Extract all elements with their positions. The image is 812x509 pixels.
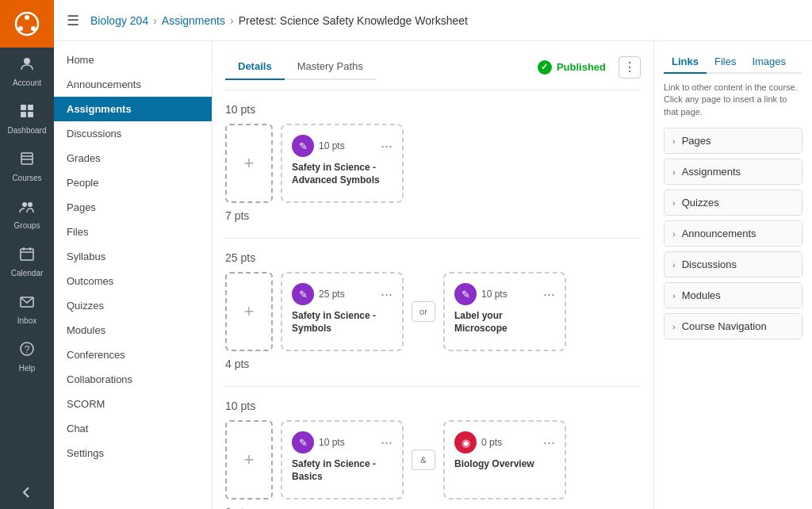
svg-point-4 <box>24 58 30 64</box>
assignment-card-1[interactable]: ✎ 10 pts ⋯ Safety in Science - Advanced … <box>281 124 404 203</box>
nav-conferences[interactable]: Conferences <box>54 343 212 367</box>
published-dot: ✓ <box>538 60 552 75</box>
collapse-icon <box>20 485 34 499</box>
chevron-modules: › <box>672 291 676 300</box>
svg-text:?: ? <box>25 344 30 355</box>
svg-rect-14 <box>21 249 33 260</box>
breadcrumb-section[interactable]: Assignments <box>162 14 225 27</box>
nav-discussions[interactable]: Discussions <box>54 121 212 146</box>
rp-section-quizzes[interactable]: › Quizzes <box>664 189 802 216</box>
nav-grades[interactable]: Grades <box>54 146 212 170</box>
app-logo[interactable] <box>0 0 54 48</box>
rp-section-modules[interactable]: › Modules <box>664 282 802 308</box>
tab-details[interactable]: Details <box>225 54 285 80</box>
card2a-menu[interactable]: ⋯ <box>381 287 393 301</box>
nav-files[interactable]: Files <box>54 220 212 244</box>
calendar-icon <box>19 246 35 266</box>
rp-section-pages-header[interactable]: › Pages <box>665 128 802 153</box>
rp-section-discussions[interactable]: › Discussions <box>664 251 802 277</box>
assignment-card-2b[interactable]: ✎ 10 pts ⋯ Label your Microscope <box>443 272 566 351</box>
card1-header: ✎ 10 pts ⋯ <box>292 135 393 157</box>
rp-section-announcements-header[interactable]: › Announcements <box>665 221 802 246</box>
rp-section-discussions-header[interactable]: › Discussions <box>665 252 802 277</box>
rp-section-announcements-label: Announcements <box>682 228 756 239</box>
sidebar-item-groups-label: Groups <box>14 221 40 230</box>
add-assignment-btn-1[interactable]: + <box>225 124 273 203</box>
nav-assignments[interactable]: Assignments <box>54 97 212 121</box>
chevron-pages: › <box>672 136 676 146</box>
sidebar-collapse[interactable] <box>0 476 54 509</box>
svg-rect-9 <box>21 153 33 164</box>
card3a-icon-pts: ✎ 10 pts <box>292 431 345 454</box>
rp-section-assignments-label: Assignments <box>682 166 741 178</box>
nav-collaborations[interactable]: Collaborations <box>54 367 212 392</box>
nav-modules[interactable]: Modules <box>54 318 212 343</box>
tab-mastery-paths[interactable]: Mastery Paths <box>285 54 376 80</box>
assignment-card-3a[interactable]: ✎ 10 pts ⋯ Safety in Science - Basics <box>281 420 404 499</box>
nav-home[interactable]: Home <box>54 48 212 72</box>
dashboard-icon <box>19 103 35 123</box>
card3b-menu[interactable]: ⋯ <box>543 435 555 450</box>
sidebar-item-inbox[interactable]: Inbox <box>0 285 54 333</box>
published-badge: ✓ Published <box>538 60 606 75</box>
nav-quizzes[interactable]: Quizzes <box>54 293 212 318</box>
right-panel: Links Files Images Link to other content… <box>653 41 812 509</box>
rp-section-modules-header[interactable]: › Modules <box>665 283 802 308</box>
card2b-title: Label your Microscope <box>454 310 555 335</box>
main-content: Details Mastery Paths ✓ Published ⋮ 10 p… <box>213 41 653 509</box>
right-tab-images[interactable]: Images <box>744 51 794 74</box>
sidebar-item-account[interactable]: Account <box>0 48 54 95</box>
left-nav: Home Announcements Assignments Discussio… <box>54 41 213 509</box>
card2b-menu[interactable]: ⋯ <box>543 287 555 301</box>
group3-pts: 10 pts <box>225 400 641 412</box>
breadcrumb-course[interactable]: Biology 204 <box>90 14 148 27</box>
card1-menu[interactable]: ⋯ <box>381 139 393 153</box>
add-assignment-btn-2[interactable]: + <box>225 272 273 351</box>
sidebar-item-help[interactable]: ? Help <box>0 333 54 381</box>
hamburger-menu[interactable]: ☰ <box>67 12 79 29</box>
rp-section-pages[interactable]: › Pages <box>664 128 802 154</box>
rp-section-assignments-header[interactable]: › Assignments <box>665 159 802 184</box>
sidebar-item-courses[interactable]: Courses <box>0 143 54 190</box>
rp-section-course-navigation-header[interactable]: › Course Navigation <box>665 314 802 339</box>
nav-outcomes[interactable]: Outcomes <box>54 269 212 293</box>
svg-point-2 <box>18 26 23 31</box>
rp-section-quizzes-header[interactable]: › Quizzes <box>665 190 802 215</box>
nav-settings[interactable]: Settings <box>54 441 212 465</box>
help-icon: ? <box>19 341 35 361</box>
sidebar-item-groups[interactable]: Groups <box>0 190 54 238</box>
card1-icon: ✎ <box>292 135 314 157</box>
rp-section-course-navigation[interactable]: › Course Navigation <box>664 313 802 339</box>
kebab-menu-button[interactable]: ⋮ <box>619 56 641 78</box>
sidebar-item-calendar[interactable]: Calendar <box>0 238 54 285</box>
card3b-header: ◉ 0 pts ⋯ <box>454 431 555 454</box>
nav-syllabus[interactable]: Syllabus <box>54 244 212 269</box>
nav-announcements[interactable]: Announcements <box>54 72 212 97</box>
add-assignment-btn-3[interactable]: + <box>225 420 273 499</box>
group2-pts: 25 pts <box>225 251 641 264</box>
nav-people[interactable]: People <box>54 170 212 195</box>
divider-1 <box>225 238 641 239</box>
divider-2 <box>225 386 641 387</box>
rp-section-announcements[interactable]: › Announcements <box>664 220 802 247</box>
nav-pages[interactable]: Pages <box>54 195 212 220</box>
assignment-row-3: + ✎ 10 pts ⋯ Safety in Science - Basics … <box>225 420 641 499</box>
rp-section-assignments[interactable]: › Assignments <box>664 159 802 185</box>
sidebar-item-dashboard[interactable]: Dashboard <box>0 95 54 143</box>
card2a-pts: 25 pts <box>319 289 345 300</box>
card2a-icon: ✎ <box>292 283 314 305</box>
nav-scorm[interactable]: SCORM <box>54 392 212 416</box>
right-tab-files[interactable]: Files <box>707 51 744 74</box>
assignment-card-3b[interactable]: ◉ 0 pts ⋯ Biology Overview <box>443 420 566 499</box>
groups-icon <box>19 198 35 218</box>
card2b-header: ✎ 10 pts ⋯ <box>454 283 555 305</box>
nav-chat[interactable]: Chat <box>54 416 212 441</box>
sidebar-item-account-label: Account <box>13 78 41 87</box>
right-tab-links[interactable]: Links <box>664 51 707 74</box>
right-panel-description: Link to other content in the course. Cli… <box>664 82 802 118</box>
card2a-icon-pts: ✎ 25 pts <box>292 283 345 305</box>
chevron-announcements: › <box>672 229 676 239</box>
card3a-menu[interactable]: ⋯ <box>381 435 393 450</box>
card3a-pts: 10 pts <box>319 437 345 448</box>
assignment-card-2a[interactable]: ✎ 25 pts ⋯ Safety in Science - Symbols <box>281 272 404 351</box>
